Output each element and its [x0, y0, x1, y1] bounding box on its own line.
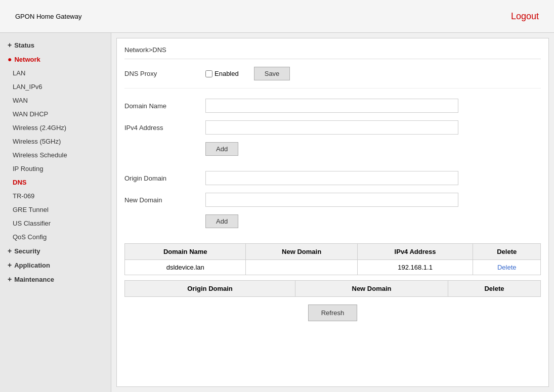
main-layout: + Status ● Network LAN LAN_IPv6 WAN WAN …	[0, 33, 554, 392]
table1-col-domain-name: Domain Name	[125, 244, 246, 260]
sidebar-label-maintenance: Maintenance	[14, 276, 54, 283]
sidebar-label-wireless-5: Wireless (5GHz)	[13, 138, 61, 145]
plus-icon-security: +	[8, 247, 12, 255]
table2-col-origin-domain: Origin Domain	[125, 281, 295, 297]
enabled-checkbox[interactable]	[205, 70, 212, 77]
origin-domain-label: Origin Domain	[124, 175, 205, 182]
sidebar-item-wan[interactable]: WAN	[0, 94, 111, 107]
new-domain-label: New Domain	[124, 196, 205, 204]
table1-col-ipv4: IPv4 Address	[357, 244, 473, 260]
header: GPON Home Gateway Logout	[0, 0, 554, 33]
domain-ipv4-section: Domain Name IPv4 Address Add	[124, 99, 541, 161]
sidebar-item-dns[interactable]: DNS	[0, 176, 111, 189]
add-btn-2-container: Add	[124, 214, 541, 233]
sidebar-label-qos-config: QoS Config	[13, 233, 47, 241]
dns-table-2: Origin Domain New Domain Delete	[124, 280, 541, 297]
table2-col-new-domain: New Domain	[295, 281, 448, 297]
header-title: GPON Home Gateway	[15, 13, 82, 20]
table1-header-row: Domain Name New Domain IPv4 Address Dele…	[125, 244, 541, 260]
sidebar-label-gre-tunnel: GRE Tunnel	[13, 206, 49, 213]
domain-name-row: Domain Name	[124, 99, 541, 113]
new-domain-row: New Domain	[124, 193, 541, 207]
ipv4-address-label: IPv4 Address	[124, 124, 205, 132]
refresh-container: Refresh	[124, 304, 541, 321]
sidebar-label-wireless-24: Wireless (2.4GHz)	[13, 124, 66, 132]
sidebar-label-lan: LAN	[13, 69, 25, 77]
add-btn-1-container: Add	[124, 142, 541, 161]
content: Network>DNS DNS Proxy Enabled Save	[111, 33, 554, 392]
sidebar-label-ip-routing: IP Routing	[13, 165, 43, 172]
origin-new-domain-section: Origin Domain New Domain Add	[124, 171, 541, 233]
enabled-checkbox-label[interactable]: Enabled	[205, 70, 239, 77]
sidebar: + Status ● Network LAN LAN_IPv6 WAN WAN …	[0, 33, 111, 392]
delete-link-1[interactable]: Delete	[497, 264, 517, 271]
origin-domain-row: Origin Domain	[124, 171, 541, 185]
save-button[interactable]: Save	[254, 67, 290, 80]
plus-icon-application: +	[8, 261, 12, 269]
sidebar-item-us-classifier[interactable]: US Classifier	[0, 216, 111, 230]
plus-icon-maintenance: +	[8, 275, 12, 283]
ipv4-address-row: IPv4 Address	[124, 120, 541, 135]
sidebar-label-status: Status	[14, 41, 34, 49]
minus-icon-network: ●	[8, 55, 12, 63]
origin-domain-input[interactable]	[205, 171, 458, 185]
logout-button[interactable]: Logout	[511, 11, 539, 22]
sidebar-label-wan-dhcp: WAN DHCP	[13, 110, 48, 118]
table1-cell-new-domain	[246, 260, 357, 275]
table1-col-delete: Delete	[473, 244, 541, 260]
sidebar-item-ip-routing[interactable]: IP Routing	[0, 162, 111, 176]
enabled-label: Enabled	[215, 70, 239, 77]
sidebar-item-status[interactable]: + Status	[0, 38, 111, 52]
table2-col-delete: Delete	[448, 281, 540, 297]
dns-proxy-controls: Enabled Save	[205, 67, 541, 80]
sidebar-item-gre-tunnel[interactable]: GRE Tunnel	[0, 203, 111, 216]
table1-cell-delete[interactable]: Delete	[473, 260, 541, 275]
dns-proxy-label: DNS Proxy	[124, 70, 205, 77]
sidebar-item-network[interactable]: ● Network	[0, 52, 111, 66]
sidebar-item-wan-dhcp[interactable]: WAN DHCP	[0, 107, 111, 121]
table-row: dsldevice.lan 192.168.1.1 Delete	[125, 260, 541, 275]
plus-icon-status: +	[8, 41, 12, 49]
sidebar-item-maintenance[interactable]: + Maintenance	[0, 272, 111, 286]
sidebar-label-lan-ipv6: LAN_IPv6	[13, 83, 42, 91]
sidebar-item-security[interactable]: + Security	[0, 244, 111, 258]
sidebar-item-wireless-24[interactable]: Wireless (2.4GHz)	[0, 121, 111, 135]
new-domain-input[interactable]	[205, 193, 458, 207]
sidebar-label-dns: DNS	[13, 179, 26, 186]
sidebar-label-wan: WAN	[13, 97, 28, 104]
sidebar-label-security: Security	[14, 247, 40, 255]
add-button-2[interactable]: Add	[205, 214, 238, 228]
domain-name-input[interactable]	[205, 99, 458, 113]
sidebar-item-wireless-schedule[interactable]: Wireless Schedule	[0, 148, 111, 162]
content-inner: Network>DNS DNS Proxy Enabled Save	[116, 38, 549, 387]
ipv4-address-input[interactable]	[205, 120, 458, 135]
add-button-1[interactable]: Add	[205, 142, 238, 156]
sidebar-label-us-classifier: US Classifier	[13, 220, 51, 227]
sidebar-label-tr069: TR-069	[13, 192, 34, 200]
table1-cell-ipv4: 192.168.1.1	[357, 260, 473, 275]
dns-proxy-section: DNS Proxy Enabled Save	[124, 67, 541, 89]
sidebar-item-lan[interactable]: LAN	[0, 66, 111, 80]
sidebar-label-network: Network	[14, 56, 40, 63]
app-container: GPON Home Gateway Logout + Status ● Netw…	[0, 0, 554, 392]
sidebar-item-application[interactable]: + Application	[0, 258, 111, 272]
sidebar-item-lan-ipv6[interactable]: LAN_IPv6	[0, 80, 111, 94]
sidebar-item-tr069[interactable]: TR-069	[0, 189, 111, 203]
table1-cell-domain: dsldevice.lan	[125, 260, 246, 275]
sidebar-label-application: Application	[14, 262, 50, 269]
refresh-button[interactable]: Refresh	[308, 304, 358, 321]
dns-table-1: Domain Name New Domain IPv4 Address Dele…	[124, 243, 541, 275]
domain-name-label: Domain Name	[124, 102, 205, 110]
sidebar-item-qos-config[interactable]: QoS Config	[0, 230, 111, 244]
breadcrumb: Network>DNS	[124, 46, 541, 59]
sidebar-item-wireless-5[interactable]: Wireless (5GHz)	[0, 135, 111, 148]
sidebar-label-wireless-schedule: Wireless Schedule	[13, 151, 67, 159]
table2-header-row: Origin Domain New Domain Delete	[125, 281, 541, 297]
table1-col-new-domain: New Domain	[246, 244, 357, 260]
